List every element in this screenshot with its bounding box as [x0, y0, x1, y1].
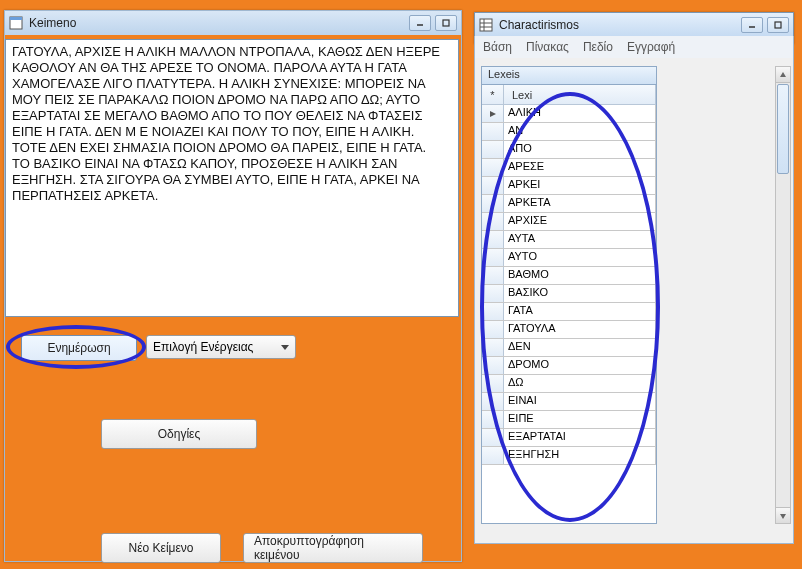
row-selector[interactable] [482, 411, 504, 428]
row-selector[interactable] [482, 285, 504, 302]
vertical-scrollbar[interactable] [775, 66, 791, 524]
table-row[interactable]: ΑΠΟ [482, 141, 656, 159]
lexeis-subtitle: Lexeis [482, 67, 656, 85]
column-header-lexi[interactable]: Lexi [504, 85, 656, 104]
cell-lexi[interactable]: ΕΞΑΡΤΑΤΑΙ [504, 429, 656, 446]
cell-lexi[interactable]: ΔΡΟΜΟ [504, 357, 656, 374]
minimize-button[interactable] [409, 15, 431, 31]
cell-lexi[interactable]: ΒΑΣΙΚΟ [504, 285, 656, 302]
table-row[interactable]: ΑΡΚΕΙ [482, 177, 656, 195]
row-selector[interactable] [482, 303, 504, 320]
cell-lexi[interactable]: ΑΡΚΕΙ [504, 177, 656, 194]
cell-lexi[interactable]: ΓΑΤΑ [504, 303, 656, 320]
cell-lexi[interactable]: ΑΝ [504, 123, 656, 140]
row-selector[interactable] [482, 321, 504, 338]
table-row[interactable]: ΑΛΙΚΗ [482, 105, 656, 123]
table-row[interactable]: ΑΡΧΙΣΕ [482, 213, 656, 231]
cell-lexi[interactable]: ΑΥΤΟ [504, 249, 656, 266]
menubar: Βάση Πίνακας Πεδίο Εγγραφή [475, 36, 793, 58]
table-row[interactable]: ΔΩ [482, 375, 656, 393]
row-selector[interactable] [482, 177, 504, 194]
menu-pedio[interactable]: Πεδίο [583, 40, 613, 54]
table-row[interactable]: ΒΑΘΜΟ [482, 267, 656, 285]
cell-lexi[interactable]: ΑΡΚΕΤΑ [504, 195, 656, 212]
row-selector[interactable] [482, 141, 504, 158]
svg-rect-5 [480, 19, 492, 31]
main-textarea[interactable]: ΓΑΤΟΥΛΑ, ΑΡΧΙΣΕ Η ΑΛΙΚΗ ΜΑΛΛΟΝ ΝΤΡΟΠΑΛΑ,… [5, 39, 459, 317]
row-selector[interactable] [482, 267, 504, 284]
row-selector[interactable] [482, 105, 504, 122]
cell-lexi[interactable]: ΑΡΕΣΕ [504, 159, 656, 176]
charactirismos-titlebar[interactable]: Charactirismos [475, 13, 793, 37]
menu-basi[interactable]: Βάση [483, 40, 512, 54]
apokryptografisi-button[interactable]: Αποκρυπτογράφηση κειμένου [243, 533, 423, 563]
neo-keimeno-button[interactable]: Νέο Κείμενο [101, 533, 221, 563]
table-row[interactable]: ΒΑΣΙΚΟ [482, 285, 656, 303]
cell-lexi[interactable]: ΕΙΝΑΙ [504, 393, 656, 410]
table-row[interactable]: ΑΥΤΑ [482, 231, 656, 249]
maximize-button[interactable] [767, 17, 789, 33]
chevron-down-icon [281, 340, 289, 354]
scroll-down-arrow-icon[interactable] [776, 507, 790, 523]
cell-lexi[interactable]: ΑΠΟ [504, 141, 656, 158]
odigies-button[interactable]: Οδηγίες [101, 419, 257, 449]
row-selector[interactable] [482, 357, 504, 374]
row-selector[interactable] [482, 123, 504, 140]
menu-pinakas[interactable]: Πίνακας [526, 40, 569, 54]
cell-lexi[interactable]: ΑΡΧΙΣΕ [504, 213, 656, 230]
keimeno-window: Keimeno ΓΑΤΟΥΛΑ, ΑΡΧΙΣΕ Η ΑΛΙΚΗ ΜΑΛΛΟΝ Ν… [4, 10, 462, 562]
svg-marker-13 [780, 514, 786, 519]
row-selector[interactable] [482, 195, 504, 212]
table-row[interactable]: ΑΡΚΕΤΑ [482, 195, 656, 213]
combo-label: Επιλογή Ενέργειας [153, 340, 253, 354]
row-selector[interactable] [482, 447, 504, 464]
row-selector[interactable] [482, 339, 504, 356]
charactirismos-title: Charactirismos [499, 18, 741, 32]
table-row[interactable]: ΕΞΑΡΤΑΤΑΙ [482, 429, 656, 447]
svg-marker-12 [780, 72, 786, 77]
cell-lexi[interactable]: ΔΩ [504, 375, 656, 392]
scrollbar-thumb[interactable] [777, 84, 789, 174]
cell-lexi[interactable]: ΓΑΤΟΥΛΑ [504, 321, 656, 338]
table-row[interactable]: ΑΝ [482, 123, 656, 141]
row-selector[interactable] [482, 249, 504, 266]
charactirismos-body: Βάση Πίνακας Πεδίο Εγγραφή Lexeis * Lexi… [474, 36, 794, 544]
enimerosi-button[interactable]: Ενημέρωση [21, 335, 137, 361]
table-row[interactable]: ΑΡΕΣΕ [482, 159, 656, 177]
row-selector[interactable] [482, 429, 504, 446]
table-row[interactable]: ΓΑΤΟΥΛΑ [482, 321, 656, 339]
datasheet-icon [479, 18, 493, 32]
row-selector[interactable] [482, 375, 504, 392]
keimeno-titlebar[interactable]: Keimeno [5, 11, 461, 35]
table-row[interactable]: ΔΕΝ [482, 339, 656, 357]
cell-lexi[interactable]: ΑΥΤΑ [504, 231, 656, 248]
svg-rect-1 [10, 17, 22, 20]
cell-lexi[interactable]: ΔΕΝ [504, 339, 656, 356]
form-icon [9, 16, 23, 30]
maximize-button[interactable] [435, 15, 457, 31]
cell-lexi[interactable]: ΒΑΘΜΟ [504, 267, 656, 284]
svg-marker-4 [281, 345, 289, 350]
cell-lexi[interactable]: ΑΛΙΚΗ [504, 105, 656, 122]
table-row[interactable]: ΕΞΗΓΗΣΗ [482, 447, 656, 465]
row-selector[interactable] [482, 231, 504, 248]
scroll-up-arrow-icon[interactable] [776, 67, 790, 83]
table-row[interactable]: ΑΥΤΟ [482, 249, 656, 267]
table-row[interactable]: ΓΑΤΑ [482, 303, 656, 321]
lexeis-subwindow: Lexeis * Lexi ΑΛΙΚΗΑΝΑΠΟΑΡΕΣΕΑΡΚΕΙΑΡΚΕΤΑ… [481, 66, 657, 524]
table-row[interactable]: ΕΙΝΑΙ [482, 393, 656, 411]
table-row[interactable]: ΔΡΟΜΟ [482, 357, 656, 375]
menu-eggrafi[interactable]: Εγγραφή [627, 40, 675, 54]
row-selector[interactable] [482, 393, 504, 410]
minimize-button[interactable] [741, 17, 763, 33]
cell-lexi[interactable]: ΕΙΠΕ [504, 411, 656, 428]
cell-lexi[interactable]: ΕΞΗΓΗΣΗ [504, 447, 656, 464]
table-row[interactable]: ΕΙΠΕ [482, 411, 656, 429]
row-selector[interactable] [482, 213, 504, 230]
newrow-marker: * [482, 85, 504, 104]
row-selector[interactable] [482, 159, 504, 176]
svg-marker-11 [490, 111, 496, 117]
action-combobox[interactable]: Επιλογή Ενέργειας [146, 335, 296, 359]
lexeis-grid[interactable]: * Lexi ΑΛΙΚΗΑΝΑΠΟΑΡΕΣΕΑΡΚΕΙΑΡΚΕΤΑΑΡΧΙΣΕΑ… [482, 85, 656, 523]
svg-rect-10 [775, 22, 781, 28]
